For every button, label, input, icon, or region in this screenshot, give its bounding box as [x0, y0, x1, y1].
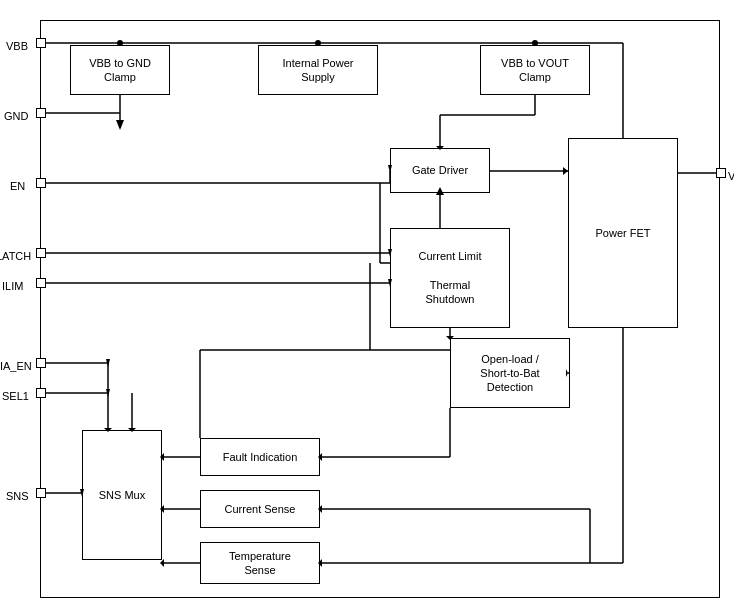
pin-latch-label: LATCH: [0, 250, 31, 262]
fault-indication-label: Fault Indication: [223, 450, 298, 464]
vbb-gnd-clamp-label: VBB to GND Clamp: [89, 56, 151, 85]
pin-sel1-square: [36, 388, 46, 398]
gate-driver-label: Gate Driver: [412, 163, 468, 177]
pin-dia-en-label: DIA_EN: [0, 360, 32, 372]
pin-vbb-label: VBB: [6, 40, 28, 52]
fault-indication-block: Fault Indication: [200, 438, 320, 476]
temperature-sense-label: Temperature Sense: [229, 549, 291, 578]
vbb-gnd-clamp-block: VBB to GND Clamp: [70, 45, 170, 95]
sns-mux-label: SNS Mux: [99, 488, 145, 502]
vbb-vout-clamp-label: VBB to VOUT Clamp: [501, 56, 569, 85]
pin-en-label: EN: [10, 180, 25, 192]
current-limit-thermal-block: Current Limit Thermal Shutdown: [390, 228, 510, 328]
vbb-vout-clamp-block: VBB to VOUT Clamp: [480, 45, 590, 95]
power-fet-block: Power FET: [568, 138, 678, 328]
open-load-block: Open-load / Short-to-Bat Detection: [450, 338, 570, 408]
pin-vbb-square: [36, 38, 46, 48]
pin-latch-square: [36, 248, 46, 258]
current-limit-thermal-label: Current Limit Thermal Shutdown: [419, 249, 482, 306]
current-sense-label: Current Sense: [225, 502, 296, 516]
current-sense-block: Current Sense: [200, 490, 320, 528]
temperature-sense-block: Temperature Sense: [200, 542, 320, 584]
open-load-label: Open-load / Short-to-Bat Detection: [480, 352, 539, 395]
pin-ilim-label: ILIM: [2, 280, 23, 292]
diagram-container: VBB GND EN LATCH ILIM DIA_EN SEL1 SNS VO…: [0, 0, 734, 612]
pin-sns-square: [36, 488, 46, 498]
pin-gnd-label: GND: [4, 110, 28, 122]
pin-sel1-label: SEL1: [2, 390, 29, 402]
sns-mux-block: SNS Mux: [82, 430, 162, 560]
pin-sns-label: SNS: [6, 490, 29, 502]
gate-driver-block: Gate Driver: [390, 148, 490, 193]
power-fet-label: Power FET: [595, 226, 650, 240]
internal-power-block: Internal Power Supply: [258, 45, 378, 95]
pin-gnd-square: [36, 108, 46, 118]
pin-ilim-square: [36, 278, 46, 288]
pin-dia-en-square: [36, 358, 46, 368]
pin-en-square: [36, 178, 46, 188]
pin-vout-label: VOUT: [728, 170, 734, 182]
pin-vout-square: [716, 168, 726, 178]
internal-power-label: Internal Power Supply: [283, 56, 354, 85]
